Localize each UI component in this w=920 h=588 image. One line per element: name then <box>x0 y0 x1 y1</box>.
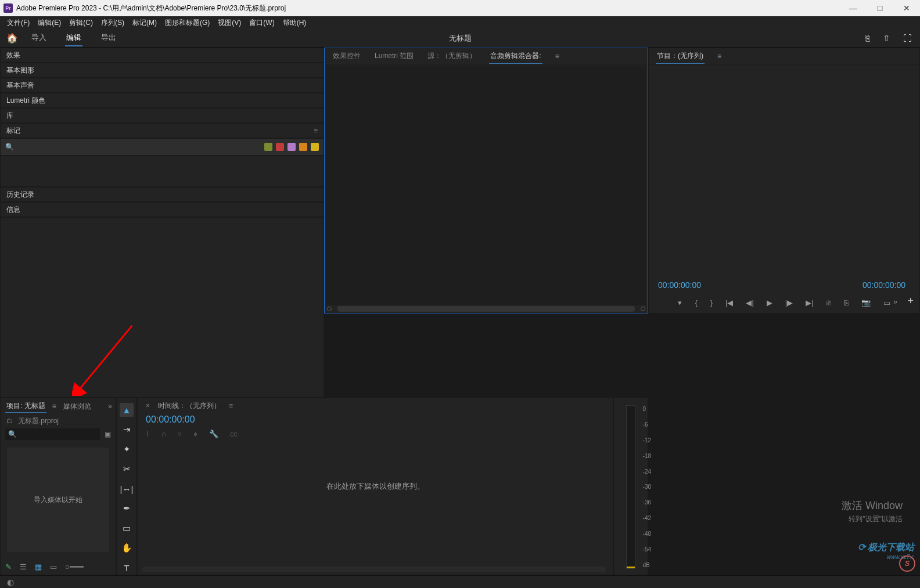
share-icon[interactable]: ⇧ <box>883 33 890 44</box>
tab-edit[interactable]: 编辑 <box>65 30 82 46</box>
scroll-handle-left[interactable] <box>327 306 332 311</box>
timeline-scrollbar[interactable] <box>142 567 606 572</box>
markers-search-row: 🔍 <box>0 138 324 156</box>
razor-tool[interactable]: ✂ <box>120 462 134 476</box>
timeline-dropzone-text: 在此处放下媒体以创建序列。 <box>326 481 425 492</box>
marker-color-yellow[interactable] <box>311 143 319 151</box>
play-icon[interactable]: ▶ <box>767 298 772 307</box>
tab-source[interactable]: 源：（无剪辑） <box>426 49 477 63</box>
meter-tick: -18 <box>643 453 651 459</box>
scroll-handle-right[interactable] <box>641 306 645 311</box>
selection-tool[interactable]: ▲ <box>120 403 134 417</box>
zoom-slider[interactable]: ○━━━ <box>65 562 84 571</box>
home-icon[interactable]: 🏠 <box>0 33 24 44</box>
menu-edit[interactable]: 编辑(E) <box>34 17 64 29</box>
close-button[interactable]: ✕ <box>893 0 920 16</box>
timeline-close-icon[interactable]: × <box>146 402 150 410</box>
new-bin-icon[interactable]: ▣ <box>105 430 111 438</box>
rectangle-tool[interactable]: ▭ <box>120 521 134 535</box>
menu-marker[interactable]: 标记(M) <box>129 17 160 29</box>
slip-tool[interactable]: |↔| <box>120 482 134 496</box>
hand-tool[interactable]: ✋ <box>120 541 134 555</box>
step-back-icon[interactable]: ◀| <box>746 298 753 307</box>
pen-tool[interactable]: ✒ <box>120 502 134 515</box>
markers-content <box>0 156 324 187</box>
go-in-icon[interactable]: |◀ <box>725 298 733 307</box>
panel-essential-graphics[interactable]: 基本图形 <box>0 63 324 78</box>
menu-help[interactable]: 帮助(H) <box>279 17 310 29</box>
search-icon[interactable]: 🔍 <box>5 143 14 151</box>
panel-menu-icon[interactable]: ≡ <box>555 52 559 60</box>
quick-export-icon[interactable]: ⎘ <box>865 33 870 44</box>
program-panel: 节目：(无序列) ≡ 00:00:00:00 00:00:00:00 ▾ { }… <box>648 48 920 313</box>
menu-clip[interactable]: 剪辑(C) <box>66 17 96 29</box>
panel-info[interactable]: 信息 <box>0 202 324 217</box>
menu-file[interactable]: 文件(F) <box>3 17 33 29</box>
caption-icon[interactable]: cc <box>230 430 238 438</box>
snap-icon[interactable]: ⌇ <box>146 430 149 438</box>
lift-icon[interactable]: ⎚ <box>826 298 831 307</box>
step-forward-icon[interactable]: |▶ <box>785 298 793 307</box>
panel-effects[interactable]: 效果 <box>0 48 324 63</box>
export-frame-icon[interactable]: 📷 <box>861 298 871 307</box>
tab-export[interactable]: 导出 <box>100 30 117 46</box>
project-bin-dropzone[interactable]: 导入媒体以开始 <box>6 447 110 553</box>
meter-tick: -48 <box>643 531 651 537</box>
add-marker-icon[interactable]: ♦ <box>193 430 197 438</box>
panel-menu-icon[interactable]: ≡ <box>314 127 318 135</box>
track-select-tool[interactable]: ⇥ <box>120 423 134 437</box>
add-button[interactable]: + <box>907 295 914 307</box>
overflow-icon[interactable]: » <box>108 402 112 410</box>
comparison-icon[interactable]: ▭ <box>883 298 890 307</box>
panel-markers[interactable]: 标记≡ <box>0 123 324 138</box>
maximize-button[interactable]: □ <box>867 0 893 16</box>
marker-color-orange[interactable] <box>299 143 307 151</box>
program-timecode-left: 00:00:00:00 <box>658 280 701 290</box>
tab-project[interactable]: 项目: 无标题 <box>5 400 46 413</box>
panel-menu-icon[interactable]: ≡ <box>717 52 721 60</box>
source-scrollbar[interactable] <box>337 306 635 312</box>
in-point-icon[interactable]: { <box>695 298 697 307</box>
marker-color-red[interactable] <box>276 143 284 151</box>
tab-media-browser[interactable]: 媒体浏览 <box>62 401 92 413</box>
marker-icon[interactable]: ▿ <box>178 430 182 438</box>
tab-import[interactable]: 导入 <box>30 30 48 46</box>
marker-color-green[interactable] <box>264 143 272 151</box>
menu-graphics[interactable]: 图形和标题(G) <box>161 17 213 29</box>
list-view-icon[interactable]: ☰ <box>20 562 27 571</box>
project-search-input[interactable]: 🔍 <box>5 428 100 440</box>
extract-icon[interactable]: ⎘ <box>844 298 849 307</box>
settings-icon[interactable]: 🔧 <box>209 430 218 438</box>
panel-essential-sound[interactable]: 基本声音 <box>0 78 324 93</box>
program-timecode-right: 00:00:00:00 <box>862 280 905 290</box>
go-out-icon[interactable]: ▶| <box>806 298 813 307</box>
tab-program[interactable]: 节目：(无序列) <box>656 49 705 64</box>
menu-sequence[interactable]: 序列(S) <box>98 17 128 29</box>
timeline-title: 时间线：（无序列） <box>158 401 221 411</box>
panel-menu-icon[interactable]: ≡ <box>229 402 233 410</box>
tab-effect-controls[interactable]: 效果控件 <box>332 49 362 63</box>
fullscreen-icon[interactable]: ⛶ <box>903 33 912 44</box>
tab-audio-clip-mixer[interactable]: 音频剪辑混合器: <box>489 49 542 64</box>
panel-history[interactable]: 历史记录 <box>0 187 324 202</box>
panel-libraries[interactable]: 库 <box>0 108 324 123</box>
link-icon[interactable]: ∩ <box>161 430 166 438</box>
minimize-button[interactable]: ― <box>840 0 867 16</box>
menu-window[interactable]: 窗口(W) <box>246 17 278 29</box>
freeform-view-icon[interactable]: ▭ <box>50 562 57 571</box>
meter-tick: -30 <box>643 484 651 490</box>
panel-menu-icon[interactable]: ≡ <box>52 402 56 410</box>
ripple-edit-tool[interactable]: ✦ <box>120 442 134 456</box>
meter-tick: -42 <box>643 515 651 521</box>
type-tool[interactable]: T <box>120 561 134 575</box>
overflow-icon[interactable]: » <box>893 298 897 306</box>
menu-view[interactable]: 视图(V) <box>214 17 245 29</box>
marker-icon[interactable]: ▾ <box>678 298 682 307</box>
marker-color-purple[interactable] <box>288 143 296 151</box>
write-icon[interactable]: ✎ <box>5 562 12 571</box>
tab-lumetri-scopes[interactable]: Lumetri 范围 <box>373 49 415 63</box>
panel-lumetri-color[interactable]: Lumetri 颜色 <box>0 93 324 108</box>
out-point-icon[interactable]: } <box>710 298 713 307</box>
tools-panel: ▲ ⇥ ✦ ✂ |↔| ✒ ▭ ✋ T <box>116 398 137 575</box>
icon-view-icon[interactable]: ▦ <box>35 562 42 571</box>
